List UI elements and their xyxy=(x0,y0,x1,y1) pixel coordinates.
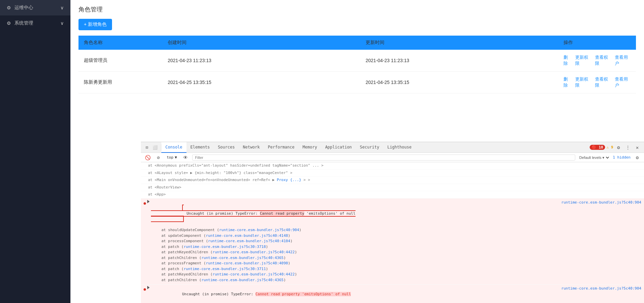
stack-line: at shouldUpdateComponent (runtime-core.e… xyxy=(152,227,641,233)
sidebar-item-ops[interactable]: ⚙ 运维中心 ∨ xyxy=(0,0,70,15)
tab-elements[interactable]: Elements xyxy=(186,142,214,153)
sidebar-ops-label: 运维中心 xyxy=(14,5,33,11)
table-header: 角色名称 创建时间 更新时间 操作 xyxy=(78,36,636,50)
chevron-down-icon: ∨ xyxy=(60,5,64,10)
stack-line: at processFragment (runtime-core.esm-bun… xyxy=(152,261,641,266)
row2-delete[interactable]: 删除 xyxy=(564,76,571,88)
error-icon-2: ● xyxy=(144,286,146,292)
devtools-right-icons: 🔴 18 ⚠ 9 ⚙ ⋮ ✕ xyxy=(587,143,644,152)
devtools-settings-icon[interactable]: ⚙ xyxy=(614,143,623,152)
table-container: 角色名称 创建时间 更新时间 操作 超级管理员 2021-04-23 11:23… xyxy=(78,36,636,93)
devtools-panel: ⊡ ⬜ Console Elements Sources Network Per… xyxy=(141,142,644,303)
row1-view-perm[interactable]: 查看权限 xyxy=(595,54,611,67)
warning-count-badge: ⚠ 9 xyxy=(606,145,613,149)
table-row: 陈新勇更新用 2021-04-25 13:35:15 2021-04-25 13… xyxy=(78,72,636,93)
tab-application[interactable]: Application xyxy=(321,142,356,153)
stack-line: at updateComponent (runtime-core.esm-bun… xyxy=(152,233,641,239)
context-selector[interactable]: top ▼ xyxy=(165,154,179,161)
row2-created: 2021-04-25 13:35:15 xyxy=(168,80,366,85)
console-line: at <RouterView> xyxy=(141,184,644,191)
sys-icon: ⚙ xyxy=(7,20,11,26)
row2-update-perm[interactable]: 更新权限 xyxy=(575,76,591,88)
tab-network[interactable]: Network xyxy=(239,142,264,153)
stack-line: at processComponent (runtime-core.esm-bu… xyxy=(152,239,641,244)
row1-actions: 删除 更新权限 查看权限 查看用户 xyxy=(564,54,631,67)
row2-name: 陈新勇更新用 xyxy=(84,79,168,85)
row2-updated: 2021-04-25 13:35:15 xyxy=(366,80,564,85)
expand-triangle-2[interactable] xyxy=(147,286,150,289)
table-row: 超级管理员 2021-04-23 11:23:13 2021-04-23 11:… xyxy=(78,50,636,72)
stack-line: at patchKeyedChildren (runtime-core.esm-… xyxy=(152,272,641,277)
inspect-icon[interactable]: ⊡ xyxy=(144,144,150,151)
tab-memory[interactable]: Memory xyxy=(299,142,321,153)
col-actions: 操作 xyxy=(564,40,631,46)
device-icon[interactable]: ⬜ xyxy=(152,144,158,151)
devtools-close-icon[interactable]: ✕ xyxy=(633,143,641,152)
row2-view-user[interactable]: 查看用户 xyxy=(615,76,631,88)
row1-delete[interactable]: 删除 xyxy=(564,54,571,67)
col-created: 创建时间 xyxy=(168,40,366,46)
console-line: at <ALayout style= ▶ {min-height: "100vh… xyxy=(141,170,644,177)
context-label: top xyxy=(167,155,173,160)
console-line: at <App> xyxy=(141,191,644,199)
clear-console-icon[interactable]: 🚫 xyxy=(144,154,152,162)
col-updated: 更新时间 xyxy=(366,40,564,46)
devtools-header: ⊡ ⬜ Console Elements Sources Network Per… xyxy=(141,142,644,153)
row2-actions: 删除 更新权限 查看权限 查看用户 xyxy=(564,76,631,88)
error-icon: ● xyxy=(144,200,146,206)
error-message-2: ● Uncaught (in promise) TypeError: Canno… xyxy=(141,285,644,303)
app-container: ⚙ 运维中心 ∨ ⚙ 系统管理 ∨ 角色管理 + 新增角色 角色名称 创建时间 … xyxy=(0,0,644,303)
context-chevron: ▼ xyxy=(175,155,177,160)
sidebar-item-sys[interactable]: ⚙ 系统管理 ∨ xyxy=(0,15,70,31)
tab-lighthouse[interactable]: Lighthouse xyxy=(383,142,416,153)
row1-name: 超级管理员 xyxy=(84,57,168,63)
console-line: at <Anonymous prefixCls="ant-layout" has… xyxy=(141,162,644,170)
eye-icon[interactable]: 👁 xyxy=(181,154,190,162)
tab-sources[interactable]: Sources xyxy=(214,142,239,153)
tab-console[interactable]: Console xyxy=(161,142,186,153)
devtools-toolbar: 🚫 ⊘ top ▼ 👁 Default levels ▾ 1 hidden ⚙ xyxy=(141,153,644,162)
tab-performance[interactable]: Performance xyxy=(264,142,299,153)
row1-updated: 2021-04-23 11:23:13 xyxy=(366,58,564,63)
stack-line: at patchChildren (runtime-core.esm-bundl… xyxy=(152,277,641,283)
devtools-dock-icons: ⊡ ⬜ xyxy=(141,144,161,151)
col-name: 角色名称 xyxy=(84,40,168,46)
page-area: 角色管理 + 新增角色 角色名称 创建时间 更新时间 操作 超级管理员 2021… xyxy=(70,0,644,99)
hidden-count[interactable]: 1 hidden xyxy=(613,155,631,160)
stack-line: at patch (runtime-core.esm-bundler.js?5c… xyxy=(152,244,641,250)
page-title: 角色管理 xyxy=(78,5,636,13)
row1-view-user[interactable]: 查看用户 xyxy=(615,54,631,67)
add-role-button[interactable]: + 新增角色 xyxy=(78,19,112,30)
sidebar: ⚙ 运维中心 ∨ ⚙ 系统管理 ∨ xyxy=(0,0,70,303)
error-source-1[interactable]: runtime-core.esm-bundler.js?5c40:904 xyxy=(559,200,641,206)
tab-security[interactable]: Security xyxy=(356,142,383,153)
error-message-1: ● Uncaught (in promise) TypeError: Canno… xyxy=(141,199,644,285)
filter-icon[interactable]: ⊘ xyxy=(154,154,162,162)
devtools-tabs: Console Elements Sources Network Perform… xyxy=(161,142,416,153)
stack-line: at patchChildren (runtime-core.esm-bundl… xyxy=(152,255,641,261)
stack-line: at patchKeyedChildren (runtime-core.esm-… xyxy=(152,250,641,255)
filter-input[interactable] xyxy=(192,155,576,161)
ops-icon: ⚙ xyxy=(7,5,11,10)
row2-view-perm[interactable]: 查看权限 xyxy=(595,76,611,88)
row1-update-perm[interactable]: 更新权限 xyxy=(575,54,591,67)
log-level-selector[interactable]: Default levels ▾ xyxy=(578,155,610,160)
console-line: at <Main onVnodeUnmounted=fn<onVnodeUnmo… xyxy=(141,177,644,184)
stack-line: at patch (runtime-core.esm-bundler.js?5c… xyxy=(152,266,641,272)
chevron-down-icon-sys: ∨ xyxy=(60,20,64,26)
expand-triangle[interactable] xyxy=(147,200,150,203)
sidebar-sys-label: 系统管理 xyxy=(14,20,33,26)
devtools-more-icon[interactable]: ⋮ xyxy=(624,143,632,152)
main-content: 角色管理 + 新增角色 角色名称 创建时间 更新时间 操作 超级管理员 2021… xyxy=(70,0,644,303)
error-count-badge: 🔴 18 xyxy=(590,145,605,150)
console-settings-icon[interactable]: ⚙ xyxy=(633,154,641,162)
error-source-2[interactable]: runtime-core.esm-bundler.js?5c40:904 xyxy=(559,286,641,292)
console-messages[interactable]: at <Anonymous prefixCls="ant-layout" has… xyxy=(141,162,644,303)
row1-created: 2021-04-23 11:23:13 xyxy=(168,58,366,63)
